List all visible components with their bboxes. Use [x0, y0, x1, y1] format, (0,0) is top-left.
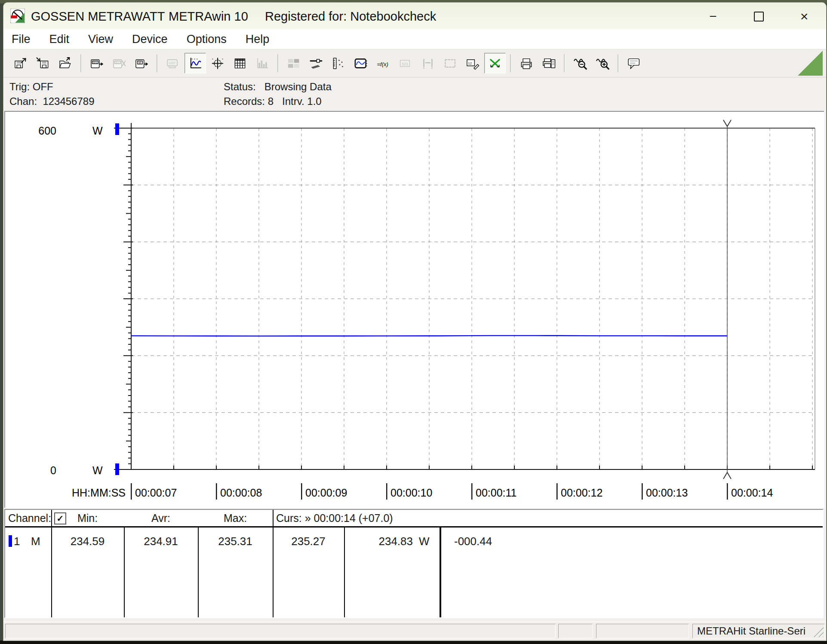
- channel-marker-bottom: [115, 463, 119, 475]
- menu-view[interactable]: View: [82, 32, 120, 47]
- menu-options[interactable]: Options: [180, 32, 233, 47]
- toolbar-separator: [564, 54, 565, 72]
- channel-marker-top: [115, 123, 119, 135]
- device-disconnect-button: 321: [108, 53, 130, 74]
- toolbar-separator: [80, 54, 82, 72]
- chart-panel: [4, 111, 824, 508]
- crosshair-axes-icon: [211, 57, 224, 70]
- read-device-321-button[interactable]: 321: [86, 53, 108, 74]
- menu-edit[interactable]: Edit: [43, 32, 76, 47]
- channel-color-bar: [9, 535, 12, 547]
- scope-screen-icon: [354, 57, 368, 70]
- slider-tool-icon: [309, 57, 323, 70]
- x-tick-label: 00:00:14: [731, 487, 773, 499]
- interval-brackets-icon: [421, 57, 435, 70]
- x-tick-label: 00:00:09: [305, 487, 347, 499]
- magnifier-plus-icon: [596, 57, 609, 70]
- open-file-button[interactable]: [55, 53, 76, 74]
- device-name: METRAHit Starline-Seri: [697, 625, 805, 637]
- save-to-file-button[interactable]: [32, 53, 54, 74]
- table-view-button[interactable]: [229, 53, 251, 74]
- recording-status: Status: Browsing Data: [224, 81, 332, 93]
- magnifier-minus-icon: [573, 57, 587, 70]
- y-unit-top: W: [92, 125, 103, 137]
- toolbar-corner-triangle-icon: [798, 51, 823, 76]
- cell-max: 235.31: [198, 535, 273, 548]
- header-max: Max:: [198, 512, 273, 524]
- status-panel-2: [558, 624, 593, 638]
- channel-list: Chan: 123456789: [9, 95, 95, 107]
- svg-text:321: 321: [93, 61, 98, 64]
- dashed-rect-icon: [443, 57, 457, 70]
- function-fx-icon: =f(x): [376, 57, 390, 70]
- selection-range-button: [440, 53, 461, 74]
- floppy-import-icon: [14, 57, 28, 70]
- histogram-view-button: [252, 53, 273, 74]
- header-avr: Avr:: [124, 512, 198, 524]
- print-button[interactable]: [516, 53, 537, 74]
- chart-view-button[interactable]: [184, 53, 206, 74]
- digits-321-icon: 321: [399, 57, 412, 70]
- numeric-display-view-button: 1257: [162, 53, 184, 74]
- cell-cursor-b-unit: W: [419, 535, 430, 548]
- toolbar-separator: [277, 54, 279, 72]
- cell-cursor-b: 234.83: [344, 535, 413, 548]
- app-logo-icon: [10, 9, 25, 23]
- clock-edit-icon: 12: [466, 57, 480, 70]
- close-button[interactable]: ×: [790, 8, 818, 25]
- device-321-off-icon: 321: [112, 57, 126, 70]
- menu-help[interactable]: Help: [239, 32, 276, 47]
- cursor-settings-button[interactable]: [328, 53, 349, 74]
- window-title-app: METRAwin 10: [169, 9, 248, 24]
- menu-file[interactable]: File: [5, 32, 37, 47]
- column-divider: [51, 510, 52, 617]
- menu-bar: FileEditViewDeviceOptionsHelp: [3, 29, 826, 49]
- printer-icon: [520, 57, 533, 70]
- formula-button[interactable]: =f(x): [372, 53, 394, 74]
- axis-settings-button[interactable]: [305, 53, 327, 74]
- x-axis-format-label: HH:MM:SS: [72, 487, 126, 499]
- column-divider: [273, 510, 274, 617]
- import-from-file-button[interactable]: [10, 53, 31, 74]
- minimize-button[interactable]: −: [699, 8, 727, 25]
- app-window: GOSSEN METRAWATT METRAwin 10 Registered …: [3, 3, 826, 641]
- x-tick-label: 00:00:11: [476, 487, 516, 499]
- status-panel-3: [596, 624, 689, 638]
- measurement-table: Channel: ✓ Min: Avr: Max: Curs: » 00:00:…: [4, 509, 824, 618]
- y-min-label: 0: [50, 464, 56, 476]
- line-chart-icon: [188, 57, 202, 70]
- toolbar-separator: [510, 54, 511, 72]
- header-min: Min:: [51, 512, 124, 524]
- delta-column-divider: [440, 527, 441, 617]
- zoom-out-wave-button[interactable]: [569, 53, 591, 74]
- window-title-brand: GOSSEN METRAWATT: [31, 9, 165, 24]
- trigger-status: Trig: OFF: [9, 81, 53, 93]
- toolbar-separator: [618, 54, 619, 72]
- trend-chart[interactable]: 600W0WHH:MM:SS00:00:0700:00:0800:00:0900…: [4, 111, 824, 512]
- device-m-icon: M: [135, 57, 148, 70]
- speech-bubble-icon: [627, 57, 641, 70]
- xy-view-button[interactable]: [207, 53, 228, 74]
- x-tick-label: 00:00:10: [390, 487, 432, 499]
- maximize-button[interactable]: [745, 8, 772, 25]
- browse-data-button[interactable]: [484, 53, 506, 74]
- zoom-in-wave-button[interactable]: [592, 53, 613, 74]
- menu-device[interactable]: Device: [126, 32, 174, 47]
- toolbar-separator: [157, 54, 158, 72]
- scope-display-button[interactable]: [350, 53, 372, 74]
- status-panel-device: METRAHit Starline-Seri: [692, 624, 825, 638]
- print-copy-button[interactable]: [538, 53, 560, 74]
- records-interval: Records: 8 Intrv. 1.0: [224, 95, 322, 107]
- edit-values-button[interactable]: 12: [462, 53, 483, 74]
- status-bar: METRAHit Starline-Seri: [3, 622, 826, 641]
- svg-text:M: M: [138, 61, 141, 64]
- histogram-icon: [255, 57, 269, 70]
- resize-grip[interactable]: [812, 626, 824, 637]
- read-device-memory-button[interactable]: M: [131, 53, 152, 74]
- data-table-icon: [233, 57, 247, 70]
- x-tick-label: 00:00:08: [220, 487, 262, 499]
- lcd-display-icon: 1257: [166, 57, 180, 70]
- comment-button[interactable]: [623, 53, 645, 74]
- cell-channel-mode: M: [31, 535, 40, 548]
- cell-channel-no: 1: [14, 535, 20, 548]
